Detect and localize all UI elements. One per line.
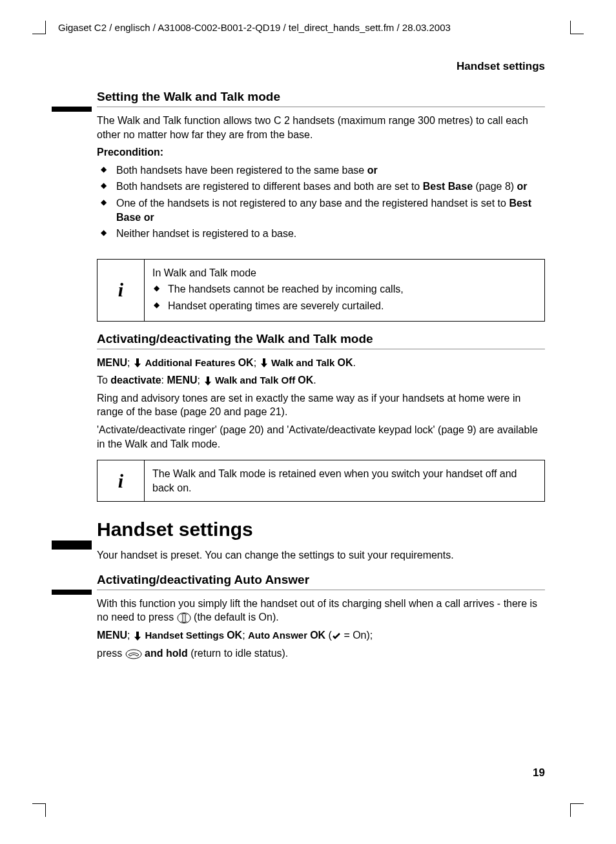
section-label-top: Handset settings [52, 60, 545, 73]
text: = On); [341, 630, 373, 641]
text: (return to idle status). [188, 648, 289, 659]
ok-label: OK [238, 357, 254, 368]
subheading-activate-wt: Activating/deactivating the Walk and Tal… [97, 332, 545, 349]
page-number: 19 [533, 767, 545, 779]
info-list: The handsets cannot be reached by incomi… [152, 282, 537, 313]
menu-label: MENU [97, 630, 127, 641]
heading-block-main: Handset settings [52, 519, 545, 542]
menu-item: Handset Settings [145, 630, 227, 641]
document-page: Gigaset C2 / englisch / A31008-C002-B001… [0, 0, 616, 844]
svg-marker-3 [261, 364, 267, 367]
text: One of the handsets is not registered to… [116, 198, 509, 209]
svg-rect-4 [207, 376, 209, 382]
list-item: Neither handset is registered to a base. [97, 227, 545, 241]
text: Both handsets have been registered to th… [116, 165, 367, 176]
subheading-walk-talk: Setting the Walk and Talk mode [97, 90, 545, 107]
paragraph: With this function you simply lift the h… [97, 597, 545, 624]
paragraph: 'Activate/deactivate ringer' (page 20) a… [97, 423, 545, 451]
info-icon: i [98, 260, 145, 321]
text: (page 8) [473, 181, 517, 192]
text-bold: or [367, 165, 378, 176]
list-item: Both handsets are registered to differen… [97, 180, 545, 194]
end-call-key-icon [125, 648, 142, 659]
crop-mark-tr [570, 21, 584, 34]
text: To [97, 375, 110, 386]
sep: ; [242, 630, 248, 641]
text: With this function you simply lift the h… [97, 598, 537, 623]
list-item: The handsets cannot be reached by incomi… [152, 282, 537, 296]
nav-line-2: To deactivate: MENU; Walk and Talk Off O… [97, 373, 545, 387]
period: . [353, 357, 356, 368]
down-arrow-icon [203, 376, 212, 386]
menu-item: Additional Features [145, 357, 238, 368]
down-arrow-icon [260, 358, 269, 368]
svg-rect-0 [136, 358, 139, 364]
sep: ; [254, 357, 260, 368]
text-bold: deactivate [110, 375, 161, 386]
info-box: i In Walk and Talk mode The handsets can… [97, 259, 545, 322]
heading-block: Setting the Walk and Talk mode [52, 90, 545, 107]
info-lead: In Walk and Talk mode [152, 266, 537, 280]
menu-item: Walk and Talk Off [215, 375, 298, 386]
crop-mark-bl [32, 803, 46, 817]
down-arrow-icon [133, 358, 142, 368]
svg-point-9 [126, 650, 141, 659]
text: press [97, 648, 125, 659]
down-arrow-icon [133, 631, 142, 641]
heading-marker-icon [52, 590, 92, 595]
info-icon: i [98, 460, 145, 501]
list-item: One of the handsets is not registered to… [97, 196, 545, 224]
heading-block: Activating/deactivating Auto Answer [52, 573, 545, 590]
sep: ; [127, 357, 133, 368]
svg-marker-8 [134, 637, 141, 641]
ok-label: OK [298, 375, 313, 386]
talk-key-icon [177, 612, 191, 623]
menu-label: MENU [167, 375, 198, 386]
nav-line-3: MENU; Handset Settings OK; Auto Answer O… [97, 628, 545, 643]
text: Both handsets are registered to differen… [116, 181, 423, 192]
info-content: In Walk and Talk mode The handsets canno… [145, 260, 544, 321]
menu-item: Walk and Talk [271, 357, 338, 368]
nav-line-1: MENU; Additional Features OK; Walk and T… [97, 356, 545, 370]
ok-label: OK [338, 357, 353, 368]
header-path: Gigaset C2 / englisch / A31008-C002-B001… [58, 22, 564, 33]
precondition-label: Precondition: [97, 145, 545, 160]
period: . [313, 375, 316, 386]
list-item: Handset operating times are severely cur… [152, 299, 537, 313]
list-item: Both handsets have been registered to th… [97, 163, 545, 178]
paragraph: press and hold (return to idle status). [97, 646, 545, 661]
text-bold: Best Base [423, 181, 473, 192]
heading-marker-icon [52, 107, 92, 112]
subheading-auto-answer: Activating/deactivating Auto Answer [97, 573, 545, 590]
sep: ; [127, 630, 133, 641]
text-bold: and hold [145, 648, 188, 659]
h1-handset-settings: Handset settings [97, 519, 545, 542]
check-icon [332, 630, 341, 641]
text-bold: or [517, 181, 528, 192]
content-area: Setting the Walk and Talk mode The Walk … [97, 90, 545, 660]
text: (the default is On). [194, 612, 279, 623]
heading-marker-icon [52, 540, 92, 550]
crop-mark-br [570, 803, 584, 817]
paragraph: Your handset is preset. You can change t… [97, 548, 545, 562]
precondition-list: Both handsets have been registered to th… [97, 163, 545, 241]
ok-label: OK [227, 630, 242, 641]
crop-mark-tl [32, 21, 46, 34]
menu-item: Auto Answer [248, 630, 310, 641]
intro-paragraph: The Walk and Talk function allows two C … [97, 114, 545, 141]
svg-marker-5 [205, 382, 211, 386]
svg-rect-7 [136, 632, 139, 637]
info-box: i The Walk and Talk mode is retained eve… [97, 460, 545, 502]
ok-label: OK [310, 630, 325, 641]
info-text: The Walk and Talk mode is retained even … [152, 467, 537, 495]
sep: ; [198, 375, 203, 386]
paragraph: Ring and advisory tones are set in exact… [97, 391, 545, 419]
svg-rect-2 [263, 358, 265, 364]
svg-point-6 [178, 613, 190, 623]
info-content: The Walk and Talk mode is retained even … [145, 460, 544, 501]
svg-marker-1 [134, 364, 141, 367]
menu-label: MENU [97, 357, 127, 368]
sep: : [161, 375, 167, 386]
